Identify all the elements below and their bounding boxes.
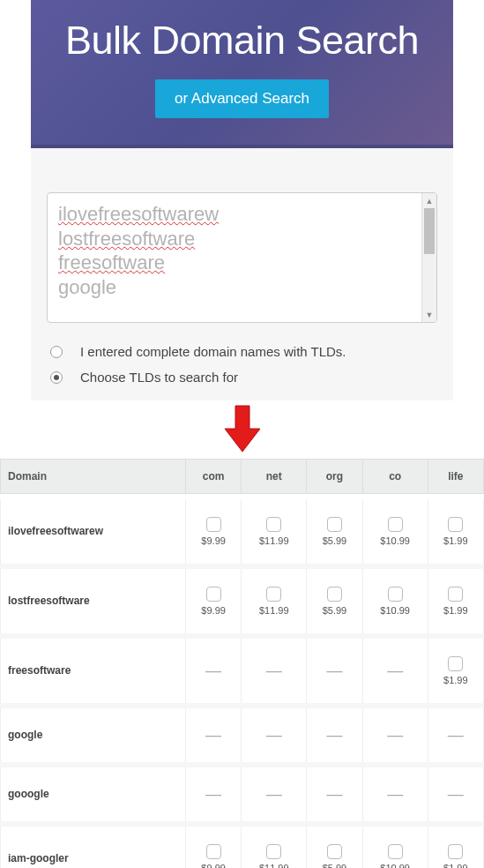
unavailable-icon: — [205,726,221,744]
price-label: $1.99 [432,675,480,685]
domain-cell: gooogle [1,765,186,824]
price-cell: $10.99 [362,566,428,636]
unavailable-icon: — [448,785,464,803]
advanced-search-button[interactable]: or Advanced Search [155,79,329,118]
select-checkbox[interactable] [327,844,342,859]
price-cell: — [242,636,307,706]
price-cell: — [185,706,241,765]
page-title: Bulk Domain Search [31,0,453,64]
price-label: $9.99 [190,535,237,546]
price-cell: $1.99 [428,566,483,636]
select-checkbox[interactable] [206,517,221,532]
price-cell: — [242,765,307,824]
select-checkbox[interactable] [448,844,463,859]
col-header-tld: net [242,460,307,494]
scroll-up-icon[interactable]: ▲ [422,193,436,208]
select-checkbox[interactable] [388,517,403,532]
table-row: google————— [1,706,484,765]
price-label: $11.99 [245,863,302,869]
table-row: ilovefreesoftwarew$9.99$11.99$5.99$10.99… [1,499,484,566]
price-cell: $5.99 [307,499,362,566]
textarea-line: ilovefreesoftwarew [58,202,419,227]
domain-cell: lostfreesoftware [1,566,186,636]
select-checkbox[interactable] [388,844,403,859]
unavailable-icon: — [266,726,282,744]
domain-cell: ilovefreesoftwarew [1,499,186,566]
price-cell: $11.99 [242,566,307,636]
unavailable-icon: — [205,785,221,803]
price-cell: $9.99 [185,824,241,869]
col-header-tld: com [185,460,241,494]
unavailable-icon: — [266,785,282,803]
price-cell: $1.99 [428,636,483,706]
col-header-tld: co [362,460,428,494]
radio-label: Choose TLDs to search for [80,370,238,385]
radio-label: I entered complete domain names with TLD… [80,344,346,359]
price-cell: $5.99 [307,566,362,636]
col-header-domain: Domain [1,460,186,494]
select-checkbox[interactable] [266,844,281,859]
table-row: lostfreesoftware$9.99$11.99$5.99$10.99$1… [1,566,484,636]
price-cell: $5.99 [307,824,362,869]
price-cell: — [242,706,307,765]
select-checkbox[interactable] [266,517,281,532]
scroll-down-icon[interactable]: ▼ [422,307,436,322]
unavailable-icon: — [387,726,403,744]
select-checkbox[interactable] [206,844,221,859]
select-checkbox[interactable] [388,587,403,602]
select-checkbox[interactable] [327,517,342,532]
textarea-line: freesoftware [58,251,419,275]
price-label: $10.99 [367,605,424,616]
table-row: iam-googler$9.99$11.99$5.99$10.99$1.99 [1,824,484,869]
results-table: Domaincomnetorgcolife ilovefreesoftwarew… [0,459,484,868]
textarea-scrollbar[interactable]: ▲ ▼ [421,193,436,322]
col-header-tld: life [428,460,483,494]
textarea-line: google [58,275,419,300]
select-checkbox[interactable] [266,587,281,602]
flow-arrow [0,400,484,459]
unavailable-icon: — [387,785,403,803]
scroll-thumb[interactable] [424,208,435,254]
unavailable-icon: — [266,662,282,679]
price-label: $1.99 [432,535,480,546]
price-label: $9.99 [190,605,237,616]
price-label: $5.99 [310,535,358,546]
search-panel: ilovefreesoftwarewlostfreesoftwarefreeso… [31,148,453,400]
price-cell: — [185,765,241,824]
unavailable-icon: — [387,662,403,679]
table-body: ilovefreesoftwarew$9.99$11.99$5.99$10.99… [1,494,484,869]
price-cell: — [307,765,362,824]
price-cell: $9.99 [185,499,241,566]
select-checkbox[interactable] [448,517,463,532]
price-cell: $1.99 [428,824,483,869]
price-cell: — [428,765,483,824]
price-cell: — [185,636,241,706]
textarea-line: lostfreesoftware [58,227,419,251]
radio-complete-domains[interactable]: I entered complete domain names with TLD… [47,339,437,364]
price-label: $10.99 [367,535,424,546]
select-checkbox[interactable] [448,587,463,602]
price-cell: $11.99 [242,499,307,566]
unavailable-icon: — [326,662,342,679]
select-checkbox[interactable] [448,656,463,671]
price-label: $11.99 [245,605,302,616]
col-header-tld: org [307,460,362,494]
select-checkbox[interactable] [206,587,221,602]
domain-textarea[interactable]: ilovefreesoftwarewlostfreesoftwarefreeso… [47,192,437,323]
domain-cell: freesoftware [1,636,186,706]
unavailable-icon: — [448,726,464,744]
table-row: gooogle————— [1,765,484,824]
select-checkbox[interactable] [327,587,342,602]
radio-icon [50,346,63,358]
domain-cell: google [1,706,186,765]
radio-choose-tlds[interactable]: Choose TLDs to search for [47,364,437,390]
radio-icon [50,371,63,384]
price-label: $11.99 [245,535,302,546]
price-cell: — [307,636,362,706]
table-row: freesoftware————$1.99 [1,636,484,706]
domain-cell: iam-googler [1,824,186,869]
price-cell: $11.99 [242,824,307,869]
price-label: $5.99 [310,863,358,869]
price-cell: — [362,636,428,706]
unavailable-icon: — [205,662,221,679]
